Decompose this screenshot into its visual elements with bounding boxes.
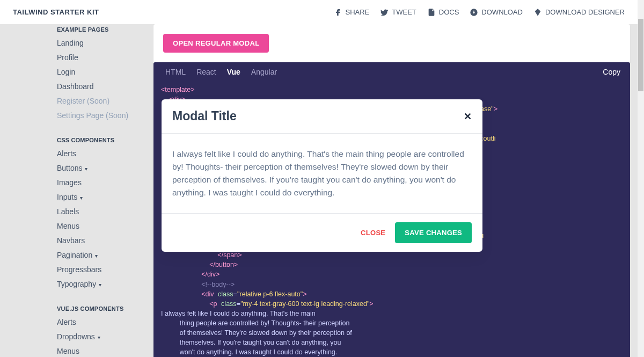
modal-body: I always felt like I could do anything. … <box>162 134 482 213</box>
close-button[interactable]: CLOSE <box>358 224 387 241</box>
modal-header: Modal Title ✕ <box>162 99 482 134</box>
modal-title: Modal Title <box>172 109 237 123</box>
modal-footer: CLOSE SAVE CHANGES <box>162 213 482 252</box>
modal-overlay: Modal Title ✕ I always felt like I could… <box>0 0 644 357</box>
close-icon[interactable]: ✕ <box>464 111 472 122</box>
save-changes-button[interactable]: SAVE CHANGES <box>395 222 472 243</box>
modal: Modal Title ✕ I always felt like I could… <box>162 99 482 252</box>
